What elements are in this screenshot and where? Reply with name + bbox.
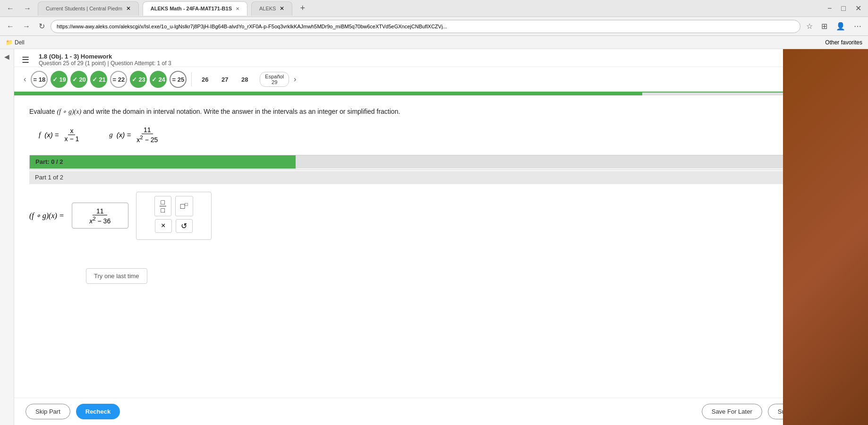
question-26[interactable]: 26 <box>196 71 213 88</box>
recheck-button[interactable]: Recheck <box>76 404 120 419</box>
answer-fraction: 11 x2 − 36 <box>85 207 114 225</box>
clear-button[interactable]: × <box>155 219 172 233</box>
q25-label: = 25 <box>172 76 184 83</box>
question-21[interactable]: ✓ 21 <box>90 71 107 88</box>
star-button[interactable]: ☆ <box>803 20 816 33</box>
other-favorites-label: Other favorites <box>825 39 862 46</box>
toolbar-row-1: □ □ □□ <box>140 196 207 216</box>
q28-label: 28 <box>241 76 248 83</box>
page-content: ◀ ☰ 1.8 (Obj. 1 - 3) Homework Question 2… <box>0 49 868 425</box>
back-button[interactable]: ← <box>4 2 17 15</box>
superscript-button[interactable]: □□ <box>175 196 193 216</box>
question-18[interactable]: = 18 <box>31 71 48 88</box>
header-subtitle: Question 25 of 29 (1 point) | Question A… <box>39 60 171 67</box>
sidebar-collapse-icon[interactable]: ◀ <box>4 53 9 60</box>
tab-aleks-math-label: ALEKS Math - 24FA-MAT171-B1S <box>151 6 232 11</box>
tab-students-label: Current Students | Central Piedm <box>46 6 122 11</box>
question-28[interactable]: 28 <box>236 71 253 88</box>
f-function: f (x) = x x − 1 <box>39 126 81 144</box>
q24-label: ✓ 24 <box>152 76 165 83</box>
browser-titlebar: ← → Current Students | Central Piedm ✕ A… <box>0 0 868 17</box>
question-22[interactable]: = 22 <box>110 71 127 88</box>
content-area: Evaluate (f ∘ g)(x) and write the domain… <box>14 95 851 398</box>
menu-button[interactable]: ⋯ <box>851 20 864 33</box>
espanol-container: Español29 <box>260 72 289 87</box>
q19-label: ✓ 19 <box>52 76 66 83</box>
question-nav: ‹ = 18 ✓ 19 ✓ 20 ✓ 21 <box>14 67 851 93</box>
answer-box[interactable]: 11 x2 − 36 <box>72 203 128 229</box>
aleks-main: ☰ 1.8 (Obj. 1 - 3) Homework Question 25 … <box>14 49 851 425</box>
q21-label: ✓ 21 <box>92 76 106 83</box>
footer-left: Skip Part Recheck <box>26 404 120 419</box>
hamburger-menu[interactable]: ☰ <box>22 55 29 65</box>
question-24[interactable]: ✓ 24 <box>150 71 167 88</box>
try-notice-text: Try one last time <box>94 272 139 280</box>
other-favorites[interactable]: Other favorites <box>825 39 862 46</box>
skip-part-button[interactable]: Skip Part <box>26 404 70 419</box>
bookmark-dell[interactable]: 📁 Dell <box>6 39 25 46</box>
q18-label: = 18 <box>33 76 45 83</box>
header-title: 1.8 (Obj. 1 - 3) Homework <box>39 53 171 60</box>
question-27[interactable]: 27 <box>216 71 233 88</box>
extensions-button[interactable]: ⊞ <box>818 20 830 33</box>
forward-button[interactable]: → <box>21 2 34 15</box>
tab-aleks-math[interactable]: ALEKS Math - 24FA-MAT171-B1S ✕ <box>143 1 247 16</box>
espanol-button[interactable]: Español29 <box>260 72 289 87</box>
question-23[interactable]: ✓ 23 <box>130 71 147 88</box>
part-progress-container: Part: 0 / 2 <box>29 155 836 170</box>
nav-refresh[interactable]: ↻ <box>36 20 48 33</box>
problem-statement: Evaluate (f ∘ g)(x) and write the domain… <box>29 107 836 117</box>
bookmark-dell-label: Dell <box>15 39 25 46</box>
close-tab-aleks-math[interactable]: ✕ <box>236 6 239 11</box>
tab-aleks[interactable]: ALEKS ✕ <box>251 1 292 16</box>
header-left: ☰ 1.8 (Obj. 1 - 3) Homework Question 25 … <box>22 53 171 67</box>
header-info: 1.8 (Obj. 1 - 3) Homework Question 25 of… <box>39 53 171 67</box>
minimize-button[interactable]: − <box>825 2 834 15</box>
f-label: f <box>39 131 41 139</box>
q20-label: ✓ 20 <box>72 76 86 83</box>
close-tab-students[interactable]: ✕ <box>126 5 131 12</box>
q27-label: 27 <box>221 76 228 83</box>
nav-separator <box>191 72 192 86</box>
g-fraction: 11 x2 − 25 <box>135 126 160 144</box>
background-right <box>783 49 868 425</box>
try-notice: Try one last time <box>86 268 147 284</box>
question-25[interactable]: = 25 <box>170 71 187 88</box>
answer-area: (f ∘ g)(x) = 11 x2 − 36 □ □ <box>29 192 836 240</box>
address-bar[interactable] <box>51 20 800 33</box>
try-notice-container: Try one last time <box>29 259 836 284</box>
tab-students[interactable]: Current Students | Central Piedm ✕ <box>38 1 139 16</box>
nav-forward[interactable]: → <box>20 20 33 33</box>
f-fraction: x x − 1 <box>63 127 81 143</box>
part-progress-bar: Part: 0 / 2 <box>30 155 836 169</box>
left-sidebar: ◀ <box>0 49 14 425</box>
function-display: f (x) = x x − 1 g (x) = 11 x2 − 25 <box>39 126 836 144</box>
fraction-button[interactable]: □ □ <box>154 196 171 216</box>
f-paren-x: (x) = <box>44 131 59 139</box>
close-tab-aleks[interactable]: ✕ <box>280 5 284 12</box>
browser-frame: ← → Current Students | Central Piedm ✕ A… <box>0 0 868 425</box>
question-20[interactable]: ✓ 20 <box>70 71 87 88</box>
answer-numerator: 11 <box>93 207 108 215</box>
close-button[interactable]: ✕ <box>852 2 864 15</box>
toolbar-row-2: × ↺ <box>140 219 207 233</box>
nav-prev-arrow[interactable]: ‹ <box>22 73 28 85</box>
bookmarks-bar: 📁 Dell Other favorites <box>0 36 868 49</box>
browser-toolbar: ← → ↻ ☆ ⊞ 👤 ⋯ <box>0 17 868 36</box>
part-label: Part 1 of 2 <box>29 171 836 184</box>
maximize-button[interactable]: □ <box>838 2 849 15</box>
save-for-later-button[interactable]: Save For Later <box>702 404 762 419</box>
g-label: g <box>109 131 113 139</box>
aleks-header: ☰ 1.8 (Obj. 1 - 3) Homework Question 25 … <box>14 49 851 67</box>
undo-button[interactable]: ↺ <box>176 219 193 233</box>
question-19[interactable]: ✓ 19 <box>51 71 68 88</box>
new-tab-button[interactable]: + <box>296 3 309 13</box>
f-denominator: x − 1 <box>63 135 81 143</box>
part-progress-text: Part: 0 / 2 <box>35 158 63 165</box>
nav-back[interactable]: ← <box>4 20 17 33</box>
q23-label: ✓ 23 <box>132 76 145 83</box>
profile-button[interactable]: 👤 <box>833 20 848 33</box>
part-label-text: Part 1 of 2 <box>35 174 63 181</box>
tab-aleks-label: ALEKS <box>259 6 276 11</box>
nav-next-arrow[interactable]: › <box>292 73 298 85</box>
